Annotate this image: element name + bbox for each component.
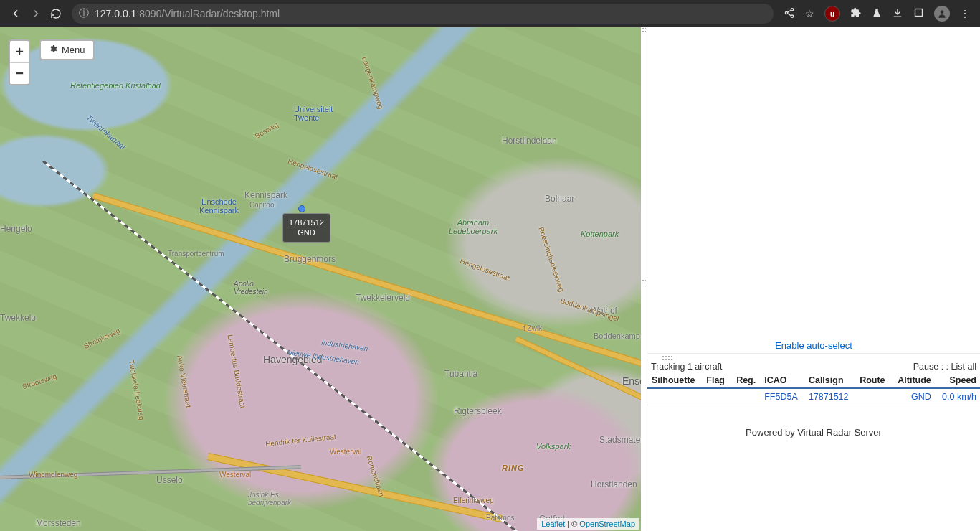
profile-avatar[interactable] [934,6,950,22]
vertical-splitter[interactable] [641,27,647,531]
cell-route [855,388,891,405]
col-route[interactable]: Route [855,373,891,388]
aircraft-label: 17871512 GND [282,213,330,243]
tracking-status: Tracking 1 aircraft [651,362,723,372]
zoom-control: + − [9,39,30,85]
chrome-actions: ☆ u ⋮ [779,6,974,22]
menu-label: Menu [62,44,85,55]
url-host: 127.0.0.1 [95,8,136,19]
status-links: Pause : : List all [913,362,976,372]
aircraft-dot-icon [298,205,305,212]
menu-button[interactable]: Menu [39,39,95,60]
status-row: Tracking 1 aircraft Pause : : List all [647,360,980,373]
list-all-link[interactable]: List all [951,362,976,372]
attribution-separator: | © [565,520,579,528]
aircraft-list-pane: Tracking 1 aircraft Pause : : List all S… [647,360,980,531]
col-flag[interactable]: Flag [702,373,731,388]
map-attribution: Leaflet | © OpenStreetMap [537,518,639,530]
browser-chrome: ⓘ 127.0.0.1:8090/VirtualRadar/desktop.ht… [0,0,980,27]
cell-flag [702,388,731,405]
col-reg[interactable]: Reg. [731,373,760,388]
pause-link[interactable]: Pause [913,362,938,372]
col-altitude[interactable]: Altitude [891,373,936,388]
zoom-in-button[interactable]: + [10,41,29,62]
svg-point-4 [941,10,944,14]
back-button[interactable] [6,4,26,24]
col-icao[interactable]: ICAO [760,373,804,388]
ublock-icon[interactable]: u [824,6,840,22]
col-callsign[interactable]: Callsign [804,373,855,388]
cell-reg [731,388,760,405]
reload-button[interactable] [46,4,66,24]
aircraft-table: Silhouette Flag Reg. ICAO Callsign Route… [647,373,980,405]
powered-by: Powered by Virtual Radar Server [647,405,980,459]
downloads-icon[interactable] [892,7,903,21]
share-icon[interactable] [784,7,795,21]
cell-speed: 0.0 km/h [936,388,980,405]
cell-callsign: 17871512 [804,388,855,405]
forward-button[interactable] [26,4,46,24]
col-silhouette[interactable]: Silhouette [647,373,702,388]
aircraft-id: 17871512 [289,217,324,227]
map[interactable]: Retentiegebied Kristalbad Universiteit T… [0,27,641,531]
cell-icao: FF5D5A [760,388,804,405]
zoom-out-button[interactable]: − [10,62,29,84]
site-info-icon[interactable]: ⓘ [79,7,89,20]
enable-auto-select-link[interactable]: Enable auto-select [775,340,852,351]
horizontal-splitter[interactable] [647,353,980,360]
right-panel: Enable auto-select Tracking 1 aircraft P… [647,27,980,531]
address-bar[interactable]: ⓘ 127.0.0.1:8090/VirtualRadar/desktop.ht… [72,4,774,24]
leaflet-link[interactable]: Leaflet [541,520,565,528]
table-row[interactable]: FF5D5A 17871512 GND 0.0 km/h [647,388,980,405]
aircraft-detail-pane [647,27,980,337]
url-path: :8090/VirtualRadar/desktop.html [136,8,280,19]
cell-altitude: GND [891,388,936,405]
col-speed[interactable]: Speed [936,373,980,388]
svg-rect-3 [915,9,923,17]
osm-link[interactable]: OpenStreetMap [579,520,635,528]
content-area: Retentiegebied Kristalbad Universiteit T… [0,27,980,531]
aircraft-table-wrap[interactable]: Silhouette Flag Reg. ICAO Callsign Route… [647,373,980,405]
kebab-menu-icon[interactable]: ⋮ [960,8,970,19]
map-tiles [0,27,641,531]
cell-silhouette [647,388,702,405]
reading-list-icon[interactable] [913,7,924,20]
aircraft-alt: GND [289,227,324,238]
auto-select-bar: Enable auto-select [647,337,980,353]
extensions-icon[interactable] [850,7,862,21]
table-header-row: Silhouette Flag Reg. ICAO Callsign Route… [647,373,980,388]
labs-icon[interactable] [872,7,882,21]
bookmark-icon[interactable]: ☆ [805,8,814,19]
gear-icon [49,44,57,55]
